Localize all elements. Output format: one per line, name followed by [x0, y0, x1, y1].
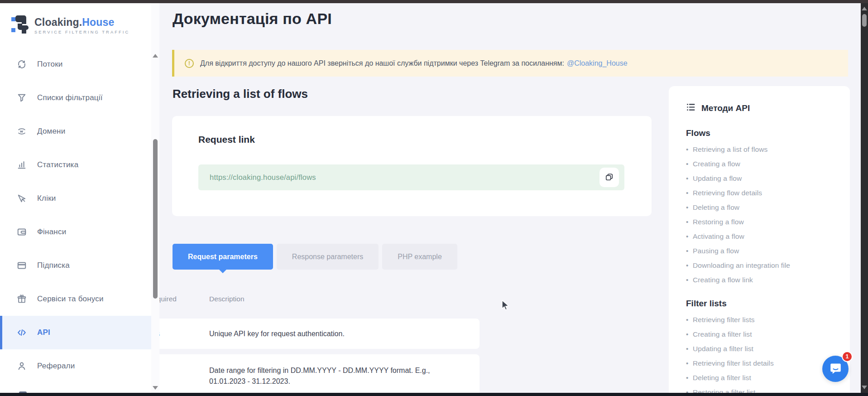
method-link-item[interactable]: •Restoring a flow [686, 218, 836, 226]
bullet-icon: • [686, 345, 693, 353]
method-link-item[interactable]: •Updating a filter list [686, 345, 836, 353]
sidebar-item-flows[interactable]: Потоки [0, 48, 151, 81]
brand-accent: House [82, 16, 114, 28]
methods-panel-title: Методи API [701, 103, 750, 113]
bullet-icon: • [686, 316, 693, 324]
method-link-label: Deleting a flow [693, 203, 739, 212]
request-link-title: Request link [198, 134, 255, 145]
sidebar-item-clicks[interactable]: Кліки [0, 182, 151, 215]
brand-primary: Cloaking. [34, 16, 82, 28]
code-icon [17, 328, 27, 338]
logo-text: Cloaking.House SERVICE FILTERING TRAFFIC [34, 16, 129, 34]
sidebar-nav: ПотокиСписки фільтраціїДомениСтатистикаК… [0, 48, 151, 383]
request-link-card: Request link https://cloaking.house/api/… [172, 116, 652, 216]
bullet-icon: • [686, 174, 693, 183]
method-link-item[interactable]: •Creating a filter list [686, 330, 836, 338]
method-link-item[interactable]: •Deleting a filter list [686, 374, 836, 382]
method-link-item[interactable]: •Retrieving flow details [686, 189, 836, 197]
window-bottom-edge [0, 393, 868, 396]
bar-chart-icon [17, 160, 27, 170]
method-link-item[interactable]: •Retrieving filter lists [686, 316, 836, 324]
sidebar-item-label: Статистика [37, 160, 78, 169]
method-link-label: Downloading an integration file [693, 261, 790, 270]
method-link-item[interactable]: •Activating a flow [686, 232, 836, 241]
scroll-up-arrow-icon[interactable] [862, 7, 867, 10]
sidebar-scrollbar[interactable] [151, 3, 159, 393]
sidebar-scrollbar-thumb[interactable] [153, 139, 158, 299]
logo-mark-icon [11, 14, 29, 37]
card-icon [17, 261, 27, 270]
filter-icon [17, 93, 27, 103]
request-url-text: https://cloaking.house/api/flows [210, 173, 316, 182]
method-link-item[interactable]: •Downloading an integration file [686, 261, 836, 270]
scroll-down-arrow-icon[interactable] [862, 386, 867, 389]
page-scrollbar[interactable] [861, 3, 868, 393]
mouse-cursor [501, 300, 511, 313]
methods-panel-header: Методи API [686, 102, 836, 114]
method-link-item[interactable]: •Retrieving filter list details [686, 359, 836, 367]
warning-icon: ! [185, 59, 194, 68]
logo[interactable]: Cloaking.House SERVICE FILTERING TRAFFIC [11, 14, 129, 37]
sidebar-scroll-up-arrow-icon[interactable] [153, 54, 158, 58]
method-link-label: Updating a filter list [693, 345, 753, 353]
request-url-field[interactable]: https://cloaking.house/api/flows [198, 164, 624, 190]
method-link-item[interactable]: •Creating a flow link [686, 276, 836, 284]
sidebar-scroll-down-arrow-icon[interactable] [153, 386, 158, 390]
method-link-item[interactable]: •Deleting a flow [686, 203, 836, 212]
method-link-label: Restoring a flow [693, 218, 744, 226]
sidebar-item-label: Реферали [37, 362, 75, 371]
sidebar-item-label: Домени [37, 127, 65, 136]
cell-description: Date range for filtering in DD.MM.YYYY -… [209, 365, 445, 387]
sidebar-item-filter-lists[interactable]: Списки фільтрації [0, 81, 151, 115]
copy-button[interactable] [599, 168, 619, 187]
logo-tagline: SERVICE FILTERING TRAFFIC [34, 30, 129, 34]
info-banner: ! Для відкриття доступу до нашого API зв… [172, 50, 848, 77]
method-link-label: Creating a flow link [693, 276, 753, 284]
sidebar-item-label: Підписка [37, 261, 70, 270]
sidebar-item-statistics[interactable]: Статистика [0, 148, 151, 182]
method-link-item[interactable]: •Updating a flow [686, 174, 836, 183]
bullet-icon: • [686, 203, 693, 212]
tab-request-parameters[interactable]: Request parameters [173, 244, 273, 270]
method-link-label: Deleting a filter list [693, 374, 751, 382]
tabs: Request parametersResponse parametersPHP… [173, 244, 457, 270]
tab-php-example[interactable]: PHP example [382, 244, 457, 270]
gift-icon [17, 294, 27, 304]
bullet-icon: • [686, 232, 693, 241]
bullet-icon: • [686, 276, 693, 284]
method-link-label: Pausing a flow [693, 247, 739, 255]
method-link-item[interactable]: •Retrieving a list of flows [686, 145, 836, 154]
app-root: { "sidebar": { "logo": { "brand_primary"… [0, 0, 868, 396]
list-icon [686, 102, 695, 114]
page-scrollbar-thumb[interactable] [862, 14, 867, 27]
bullet-icon: • [686, 218, 693, 226]
method-link-item[interactable]: •Creating a flow [686, 160, 836, 168]
sidebar-item-api[interactable]: API [0, 316, 151, 349]
wallet-icon [17, 227, 27, 237]
sidebar-item-label: Потоки [37, 60, 62, 69]
sidebar-item-subscription[interactable]: Підписка [0, 249, 151, 282]
methods-sections: Flows•Retrieving a list of flows•Creatin… [686, 128, 836, 396]
sidebar-item-referrals[interactable]: Реферали [0, 349, 151, 383]
telegram-link[interactable]: @Cloaking_House [567, 59, 628, 67]
bullet-icon: • [686, 160, 693, 168]
sidebar-item-label: API [37, 328, 50, 337]
method-link-label: Updating a flow [693, 174, 742, 183]
cell-description: Unique API key for request authenticatio… [209, 328, 445, 339]
user-icon [17, 361, 27, 371]
sidebar-item-domains[interactable]: Домени [0, 115, 151, 148]
sidebar-item-label: Сервіси та бонуси [37, 295, 104, 304]
column-header: Description [209, 295, 480, 303]
page-title: Документація по API [173, 10, 332, 28]
sidebar-item-label: Фінанси [37, 227, 66, 237]
method-link-label: Retrieving filter list details [693, 359, 774, 367]
methods-section-title: Filter lists [686, 299, 836, 309]
sidebar-item-label: Списки фільтрації [37, 93, 103, 102]
sync-icon [17, 59, 27, 69]
banner-text: Для відкриття доступу до нашого API звер… [200, 59, 628, 68]
sidebar-item-services[interactable]: Сервіси та бонуси [0, 282, 151, 316]
bullet-icon: • [686, 247, 693, 255]
method-link-item[interactable]: •Pausing a flow [686, 247, 836, 255]
sidebar-item-finance[interactable]: Фінанси [0, 215, 151, 249]
tab-response-parameters[interactable]: Response parameters [277, 244, 379, 270]
